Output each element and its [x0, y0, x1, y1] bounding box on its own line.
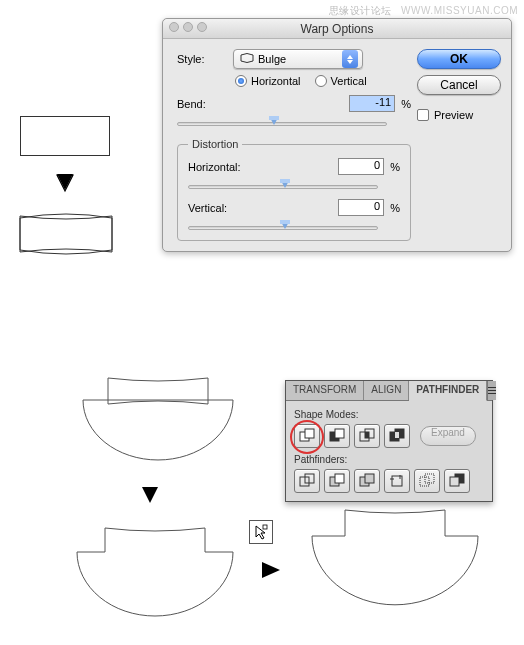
style-label: Style:	[177, 53, 227, 65]
orientation-vertical-radio[interactable]: Vertical	[315, 75, 367, 87]
radio-unselected-icon	[315, 75, 327, 87]
illustration-rectangle	[20, 116, 110, 156]
direct-selection-tool-icon	[249, 520, 273, 544]
tab-transform[interactable]: TRANSFORM	[286, 381, 364, 400]
svg-rect-14	[335, 474, 344, 483]
watermark-url: WWW.MISSYUAN.COM	[401, 5, 518, 16]
radio-selected-icon	[235, 75, 247, 87]
traffic-lights[interactable]	[169, 22, 207, 32]
preview-label: Preview	[434, 109, 473, 121]
orientation-horizontal-radio[interactable]: Horizontal	[235, 75, 301, 87]
svg-rect-7	[365, 432, 369, 438]
distortion-group: Distortion Horizontal: 0 % Vertical: 0 %	[177, 138, 411, 241]
svg-rect-16	[365, 474, 374, 483]
tab-align[interactable]: ALIGN	[364, 381, 409, 400]
slider-thumb-icon[interactable]	[280, 179, 290, 188]
svg-rect-2	[305, 429, 314, 438]
vertical-label: Vertical	[331, 75, 367, 87]
illustration-hat-overlap	[78, 370, 238, 472]
dist-h-slider[interactable]	[188, 179, 378, 193]
pct-3: %	[390, 202, 400, 214]
expand-button[interactable]: Expand	[420, 426, 476, 446]
svg-rect-0	[263, 525, 267, 529]
watermark-cn: 思缘设计论坛	[329, 5, 392, 16]
pct-2: %	[390, 161, 400, 173]
style-select[interactable]: Bulge	[233, 49, 363, 69]
panel-menu-icon[interactable]	[487, 381, 496, 400]
arrow-down-icon	[140, 485, 160, 507]
arrow-right-icon	[260, 560, 284, 580]
cancel-button[interactable]: Cancel	[417, 75, 501, 95]
dialog-title: Warp Options	[301, 22, 374, 36]
select-arrows-icon	[342, 50, 358, 68]
style-value: Bulge	[258, 53, 286, 65]
dist-v-slider[interactable]	[188, 220, 378, 234]
svg-rect-21	[450, 477, 459, 486]
pathfinder-panel: TRANSFORM ALIGN PATHFINDER Shape Modes: …	[285, 380, 493, 502]
dist-v-input[interactable]: 0	[338, 199, 384, 216]
pct-1: %	[401, 98, 411, 110]
warp-options-dialog: Warp Options Style: Bulge Horizontal	[162, 18, 512, 252]
slider-thumb-icon[interactable]	[269, 116, 279, 125]
minus-front-button[interactable]	[324, 424, 350, 448]
merge-button[interactable]	[354, 469, 380, 493]
exclude-button[interactable]	[384, 424, 410, 448]
ok-button[interactable]: OK	[417, 49, 501, 69]
slider-thumb-icon[interactable]	[280, 220, 290, 229]
crop-button[interactable]	[384, 469, 410, 493]
minimize-icon[interactable]	[183, 22, 193, 32]
unite-button[interactable]	[294, 424, 320, 448]
illustration-bulged-rectangle	[18, 210, 114, 260]
distortion-legend: Distortion	[188, 138, 242, 150]
preview-checkbox[interactable]	[417, 109, 429, 121]
arrow-down-icon	[55, 172, 75, 194]
close-icon[interactable]	[169, 22, 179, 32]
watermark: 思缘设计论坛 WWW.MISSYUAN.COM	[329, 4, 518, 18]
bend-slider[interactable]	[177, 116, 387, 130]
bend-input[interactable]: -11	[349, 95, 395, 112]
bend-label: Bend:	[177, 98, 257, 110]
svg-rect-10	[395, 432, 399, 438]
pathfinders-label: Pathfinders:	[294, 454, 484, 465]
bulge-style-icon	[240, 52, 254, 66]
svg-rect-4	[335, 429, 344, 438]
dist-v-label: Vertical:	[188, 202, 268, 214]
intersect-button[interactable]	[354, 424, 380, 448]
dialog-titlebar[interactable]: Warp Options	[163, 19, 511, 39]
dist-h-input[interactable]: 0	[338, 158, 384, 175]
shape-modes-label: Shape Modes:	[294, 409, 484, 420]
dist-h-label: Horizontal:	[188, 161, 268, 173]
trim-button[interactable]	[324, 469, 350, 493]
zoom-icon[interactable]	[197, 22, 207, 32]
horizontal-label: Horizontal	[251, 75, 301, 87]
outline-button[interactable]	[414, 469, 440, 493]
minus-back-button[interactable]	[444, 469, 470, 493]
tab-pathfinder[interactable]: PATHFINDER	[409, 381, 487, 401]
illustration-hat-result	[300, 500, 490, 622]
illustration-hat-united	[65, 520, 245, 632]
divide-button[interactable]	[294, 469, 320, 493]
